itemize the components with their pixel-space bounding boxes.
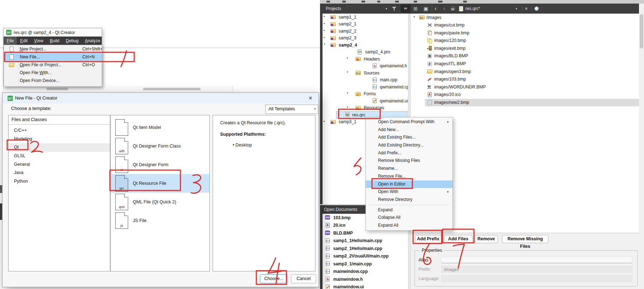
filter-icon[interactable] (392, 4, 397, 14)
remove-missing-files-button[interactable]: Remove Missing Files (502, 235, 548, 243)
template-item[interactable]: qmlQML File (Qt Quick 2) (111, 193, 209, 211)
language-input[interactable] (441, 275, 632, 282)
tree-item[interactable]: ▾Headers (323, 56, 408, 63)
chevron-right-icon[interactable]: ▸ (324, 119, 325, 123)
resource-tree-item[interactable]: images/BLD.BMP (411, 52, 639, 60)
template-item[interactable]: qrcQt Resource File (111, 174, 209, 193)
tree-item[interactable]: ▸samp2_1 (323, 21, 408, 28)
menu-build[interactable]: Build (47, 37, 63, 45)
context-menu-item[interactable]: Add Existing Directory... (366, 141, 452, 149)
lock-icon[interactable] (451, 4, 455, 14)
document-dropdown-icon[interactable]: ▾ (515, 4, 517, 14)
context-menu-item[interactable]: Rename... (366, 165, 452, 173)
context-menu-item[interactable]: Remove Missing Files (366, 157, 452, 165)
open-document-item[interactable]: samp1_1Hello/main.cpp (323, 237, 408, 245)
tree-item[interactable]: ▾Forms (323, 91, 408, 98)
chevron-down-icon[interactable]: ▾ (347, 105, 348, 109)
template-item[interactable]: Qt Item Model (111, 118, 209, 137)
category-item-general[interactable]: General (9, 160, 110, 169)
template-item[interactable]: uiQt Designer Form (111, 155, 209, 174)
file-menu-item[interactable]: Open File With... (4, 69, 102, 77)
open-document-item[interactable]: samp2_1Hello/main.cpp (323, 245, 408, 252)
split-icon[interactable]: ⊞ (413, 4, 418, 14)
menu-analyze[interactable]: Analyze (82, 37, 102, 45)
category-item-glsl[interactable]: GLSL (9, 152, 110, 160)
file-menu-item[interactable]: New File...Ctrl+N (4, 53, 102, 61)
chevron-right-icon[interactable]: ▸ (338, 112, 340, 116)
resource-tree-item[interactable]: images/20.ico (411, 91, 639, 99)
search-icon[interactable] (534, 4, 539, 14)
context-menu-item[interactable]: Open in Editor (366, 180, 452, 188)
tree-item[interactable]: qwmainwind.ui (323, 97, 408, 105)
chevron-down-icon[interactable]: ▾ (347, 70, 348, 74)
scrollbar[interactable] (639, 4, 644, 289)
category-item-cc[interactable]: C/C++ (9, 126, 110, 135)
add-prefix-button[interactable]: Add Prefix (415, 235, 441, 243)
resource-tree-item[interactable]: images/open3.bmp (411, 68, 639, 76)
file-menu-item[interactable]: Open From Device... (4, 77, 102, 85)
menu-view[interactable]: View (31, 37, 47, 45)
close-icon[interactable]: ✕ (307, 95, 314, 101)
resource-tree-item[interactable]: images/cut.bmp (411, 21, 639, 29)
close-pane-icon[interactable]: ▣ (423, 4, 428, 14)
dialog-titlebar[interactable]: QC New File - Qt Creator (3, 93, 319, 103)
resource-tree-item[interactable]: images/new2.bmp (411, 99, 639, 107)
tree-item[interactable]: qwmainwind.h (323, 63, 408, 70)
file-menu-item[interactable]: New Project...Ctrl+Shift+N (4, 45, 102, 53)
context-menu-item[interactable]: Expand All (366, 222, 452, 230)
pane-dropdown-icon[interactable]: ▾ (386, 4, 387, 14)
resource-tree-item[interactable]: images/120.bmp (411, 37, 639, 45)
window-titlebar[interactable]: QC res.qrc @ samp2_4 - Qt Creator (4, 28, 102, 37)
tree-item[interactable]: qwmainwind.cpp (323, 83, 408, 91)
chevron-down-icon[interactable]: ▾ (413, 15, 415, 19)
context-menu-item[interactable]: Expand (366, 206, 452, 214)
alias-input[interactable] (441, 257, 632, 263)
resource-tree-item[interactable]: images/WORDUNDR.BMP (411, 83, 639, 91)
category-item-java[interactable]: Java (9, 169, 110, 177)
tree-item[interactable]: ▾Resources (323, 105, 408, 112)
category-item-modeling[interactable]: Modeling (9, 135, 110, 144)
tree-item[interactable]: ▾Sources (323, 69, 408, 77)
resource-tree-item[interactable]: images/paste.bmp (411, 29, 639, 37)
resource-tree-item[interactable]: images/103.bmp (411, 76, 639, 83)
open-document-item[interactable]: mainwindow.cpp (323, 268, 408, 276)
tree-item[interactable]: samp2_4.pro (323, 49, 408, 56)
tree-item[interactable]: ▾samp2_4 (323, 42, 408, 49)
open-document-item[interactable]: samp2_2VisualUI/main.cpp (323, 252, 408, 260)
category-item-qt[interactable]: Qt (9, 143, 110, 152)
tree-item[interactable]: ▸samp2_3 (323, 35, 408, 42)
menu-debug[interactable]: Debug (63, 37, 82, 45)
file-menu-item[interactable]: Open File or Project...Ctrl+O (4, 61, 102, 69)
add-files-button[interactable]: Add Files (444, 235, 473, 243)
back-icon[interactable]: ‹ (435, 4, 436, 14)
chevron-down-icon[interactable]: ▾ (347, 91, 348, 95)
context-menu-item[interactable]: Open Command Prompt With▸ (366, 118, 452, 126)
menu-edit[interactable]: Edit (17, 37, 31, 45)
resource-tree-item[interactable]: ▾/images (411, 14, 639, 21)
context-menu-item[interactable]: Remove File... (366, 173, 452, 180)
context-menu-item[interactable]: Remove Directory (366, 196, 452, 204)
remove-button[interactable]: Remove (474, 235, 498, 243)
choose-button[interactable]: Choose... (260, 274, 288, 283)
cancel-button[interactable]: Cancel (291, 274, 316, 283)
close-document-icon[interactable]: × (525, 4, 528, 14)
scrollbar-thumb[interactable] (640, 14, 643, 48)
chevron-right-icon[interactable]: ▸ (324, 35, 325, 39)
menu-file[interactable]: File (4, 37, 17, 45)
open-document-title[interactable]: res.qrc* (465, 4, 480, 14)
template-filter-select[interactable]: All Templates ▾ (265, 105, 318, 114)
context-menu-item[interactable]: Add Existing Files... (366, 134, 452, 141)
tree-item[interactable]: ▸samp2_2 (323, 28, 408, 35)
category-item-python[interactable]: Python (9, 177, 110, 186)
projects-pane-title[interactable]: Projects (326, 4, 341, 14)
context-menu-item[interactable]: Collapse All (366, 214, 452, 222)
context-menu-item[interactable]: Add New... (366, 126, 452, 134)
template-item[interactable]: jsJS File (111, 211, 209, 230)
resource-tree-item[interactable]: images/ITL.BMP (411, 60, 639, 68)
context-menu-item[interactable]: Open With▸ (366, 188, 452, 196)
chevron-right-icon[interactable]: ▸ (324, 28, 325, 32)
open-document-item[interactable]: mainwindow.h (323, 275, 408, 283)
open-document-item[interactable]: samp3_1/main.cpp (323, 260, 408, 268)
prefix-input[interactable]: /images (441, 266, 632, 273)
chevron-down-icon[interactable]: ▾ (324, 42, 325, 46)
